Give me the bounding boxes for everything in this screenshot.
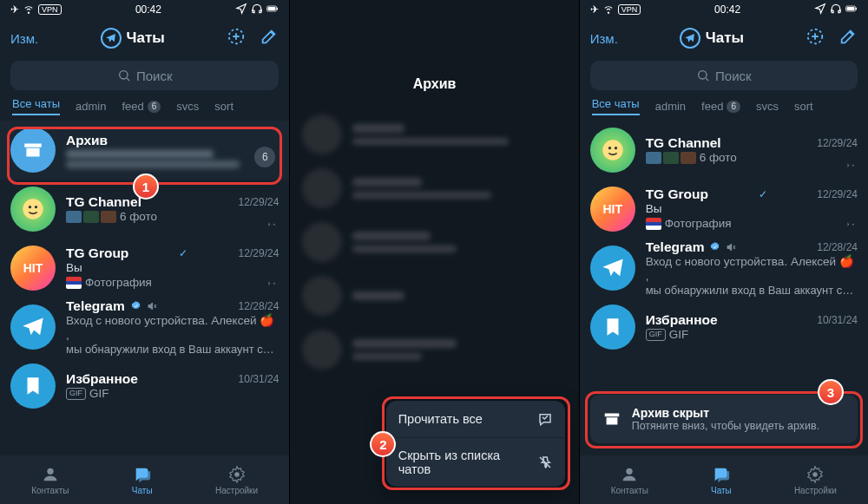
read-check-icon: ✓ [759,188,767,200]
read-check-icon: ✓ [179,247,187,259]
headphones-icon [251,3,263,17]
location-icon [814,3,826,17]
svg-rect-2 [277,7,278,10]
tab-contacts[interactable]: Контакты [611,465,648,495]
new-chat-button[interactable] [227,27,246,49]
avatar [10,304,56,350]
archive-icon [602,409,621,429]
svg-point-4 [120,71,128,79]
vpn-badge: VPN [618,4,641,15]
tab-svcs[interactable]: svcs [176,100,199,113]
svg-point-19 [813,472,819,477]
chat-row-saved[interactable]: Избранное 10/31/24 GIF GIF [0,357,289,416]
svg-point-5 [23,199,43,219]
pin-icon [265,217,277,232]
tab-admin[interactable]: admin [76,100,106,113]
chat-row-telegram[interactable]: Telegram 12/28/24 Вход с нового устройст… [0,298,289,357]
svg-point-6 [29,206,31,208]
avatar: HIT [10,245,56,291]
status-time: 00:42 [714,3,740,16]
search-icon [117,69,131,82]
mute-icon [726,242,736,252]
chat-row-tg-channel[interactable]: TG Channel12/29/24 6 фото [580,121,868,180]
chat-row-telegram[interactable]: Telegram 12/28/24 Вход с нового устройст… [580,239,868,298]
page-title: Чаты [706,29,744,47]
unpin-icon [537,455,553,470]
location-icon [235,3,247,17]
pin-icon [844,217,856,232]
avatar [590,304,635,350]
status-bar: ✈ VPN 00:42 [580,0,868,19]
chat-row-saved[interactable]: Избранное10/31/24 GIF GIF [580,298,868,357]
search-placeholder: Поиск [715,69,752,83]
headphones-icon [830,3,842,17]
avatar [10,187,56,232]
battery-icon [266,3,279,17]
header: Изм. Чаты [580,19,868,57]
search-input[interactable]: Поиск [10,61,279,90]
tab-feed[interactable]: feed6 [122,100,161,113]
tab-admin[interactable]: admin [655,100,686,113]
header: Изм. Чаты [0,19,289,57]
menu-hide-from-list[interactable]: Скрыть из списка чатов [386,437,565,487]
tab-chats[interactable]: Чаты [711,465,732,495]
battery-icon [845,3,858,17]
telegram-logo-icon [101,28,122,49]
compose-button[interactable] [838,27,858,49]
read-all-icon [537,411,553,427]
page-title: Чаты [127,29,165,47]
bottom-tab-bar: Контакты Чаты Настройки [580,455,868,504]
chat-row-tg-group[interactable]: HIT TG Group ✓ 12/29/24 Вы Фотография [580,180,868,239]
svg-point-9 [234,472,240,477]
status-time: 00:42 [135,3,161,16]
edit-button[interactable]: Изм. [10,31,38,46]
folder-tabs: Все чаты admin feed6 svcs sort [0,97,289,121]
archive-title: Архив [290,76,578,92]
step-badge-1: 1 [133,173,159,200]
svg-point-7 [35,206,37,208]
search-placeholder: Поиск [136,69,173,83]
svg-point-18 [627,468,633,474]
svg-point-16 [608,147,611,149]
panel-step-3: ✈ VPN 00:42 Изм. Чаты Поиск Вс [579,0,868,504]
avatar: HIT [590,187,635,232]
tab-contacts[interactable]: Контакты [31,465,69,495]
tab-sort[interactable]: sort [794,100,813,113]
pin-icon [265,276,277,291]
svg-point-17 [615,147,617,149]
menu-read-all[interactable]: Прочитать все [386,401,565,437]
tab-svcs[interactable]: svcs [756,100,779,113]
chat-row-tg-group[interactable]: HIT TG Group ✓ 12/29/24 Вы Фотография [0,239,289,298]
mute-icon [147,301,157,311]
svg-rect-11 [846,7,854,10]
chat-row-archive[interactable]: Архив 6 [0,121,289,180]
verified-icon [709,241,720,252]
wifi-icon [23,3,35,17]
airplane-icon: ✈ [10,3,19,16]
tab-feed[interactable]: feed6 [701,100,740,113]
edit-button[interactable]: Изм. [590,31,618,46]
wifi-icon [602,3,615,17]
avatar [590,128,635,173]
new-chat-button[interactable] [806,27,825,49]
tab-chats[interactable]: Чаты [132,465,153,495]
tab-all-chats[interactable]: Все чаты [592,97,640,115]
panel-step-1: ✈ VPN 00:42 Изм. Чаты [0,0,289,504]
search-input[interactable]: Поиск [590,61,858,90]
svg-point-14 [699,71,707,79]
avatar [10,363,56,409]
tab-settings[interactable]: Настройки [215,465,258,495]
telegram-logo-icon [680,28,700,49]
bottom-tab-bar: Контакты Чаты Настройки [0,455,289,504]
tab-settings[interactable]: Настройки [794,465,837,495]
vpn-badge: VPN [38,4,62,15]
svg-point-8 [47,468,53,474]
toast-archive-hidden: Архив скрыт Потяните вниз, чтобы увидеть… [590,395,858,443]
svg-point-15 [602,140,622,160]
tab-sort[interactable]: sort [214,100,233,113]
svg-rect-12 [856,7,857,10]
compose-button[interactable] [260,27,279,49]
archive-icon [10,128,56,173]
tab-all-chats[interactable]: Все чаты [12,97,60,115]
status-bar: ✈ VPN 00:42 [0,0,289,19]
